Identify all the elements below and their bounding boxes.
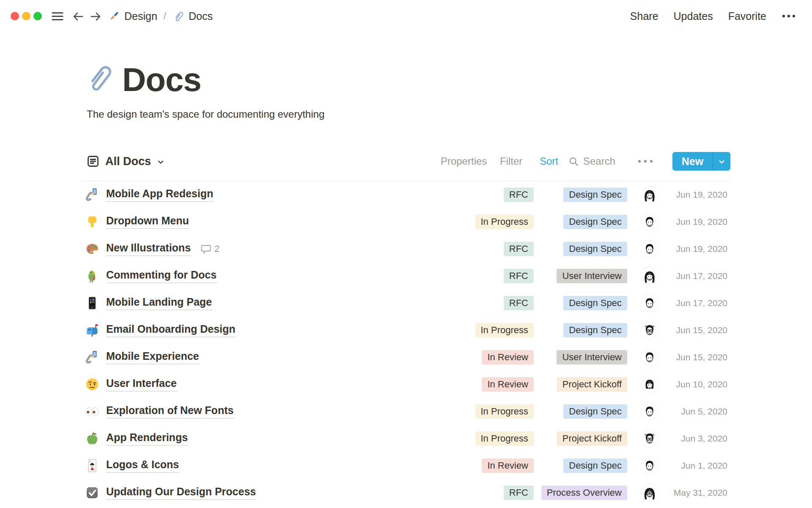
row-main: New Illustrations 2 bbox=[106, 235, 219, 262]
close-window-button[interactable] bbox=[11, 12, 19, 20]
status-badge: RFC bbox=[504, 242, 534, 256]
doc-title-link[interactable]: Commenting for Docs bbox=[106, 269, 217, 283]
more-options-icon[interactable] bbox=[782, 14, 796, 18]
table-row[interactable]: Jr Logos & Icons In Review Design Spec J… bbox=[81, 452, 731, 479]
avatar-man-short-hair bbox=[641, 295, 658, 312]
date-label: Jun 19, 2020 bbox=[676, 235, 727, 262]
status-badge: In Progress bbox=[475, 215, 534, 229]
raised-eyebrow-face-icon bbox=[85, 378, 99, 391]
doc-title-link[interactable]: Email Onboarding Design bbox=[106, 323, 236, 337]
search-button[interactable]: Search bbox=[568, 151, 615, 172]
doc-type-badge: Design Spec bbox=[563, 296, 627, 310]
comment-count: 2 bbox=[200, 243, 219, 254]
breadcrumb-item-design[interactable]: Design bbox=[108, 10, 157, 22]
properties-button[interactable]: Properties bbox=[441, 151, 487, 172]
avatar-man-glasses bbox=[641, 430, 658, 447]
row-main: Logos & Icons bbox=[106, 452, 179, 479]
doc-type-badge: Design Spec bbox=[563, 188, 627, 202]
date-label: Jun 1, 2020 bbox=[681, 452, 727, 479]
table-row[interactable]: User Interface In Review Project Kickoff… bbox=[81, 371, 731, 398]
palette-icon bbox=[85, 242, 99, 256]
table-row[interactable]: Email Onboarding Design In Progress Desi… bbox=[81, 317, 731, 344]
point-down-icon bbox=[85, 215, 99, 229]
table-row[interactable]: New Illustrations 2 RFC Design Spec Jun … bbox=[81, 235, 731, 262]
breadcrumb-separator: / bbox=[163, 11, 167, 22]
date-label: Jun 5, 2020 bbox=[681, 398, 727, 425]
doc-type-badge: Design Spec bbox=[563, 242, 627, 256]
row-main: Updating Our Design Process bbox=[106, 479, 256, 506]
table-row[interactable]: Mobile Landing Page RFC Design Spec Jun … bbox=[81, 290, 731, 317]
status-badge: In Review bbox=[482, 458, 534, 473]
doc-title-link[interactable]: Updating Our Design Process bbox=[106, 486, 256, 500]
table-row[interactable]: Exploration of New Fonts In Progress Des… bbox=[81, 398, 731, 425]
doc-type-badge: Process Overview bbox=[541, 486, 627, 500]
doc-title-link[interactable]: Mobile Landing Page bbox=[106, 296, 212, 310]
date-label: Jun 15, 2020 bbox=[676, 317, 727, 344]
forward-arrow-icon[interactable] bbox=[89, 10, 102, 23]
joker-card-icon: Jr bbox=[85, 459, 99, 472]
table-row[interactable]: Dropdown Menu In Progress Design Spec Ju… bbox=[81, 208, 731, 235]
mailbox-icon bbox=[85, 323, 99, 337]
date-label: Jun 17, 2020 bbox=[676, 262, 727, 290]
doc-title-link[interactable]: App Renderings bbox=[106, 431, 188, 446]
parrot-icon bbox=[85, 269, 99, 283]
breadcrumb-item-docs[interactable]: Docs bbox=[173, 10, 213, 22]
row-main: App Renderings bbox=[106, 425, 188, 452]
row-main: Dropdown Menu bbox=[106, 208, 189, 235]
updates-button[interactable]: Updates bbox=[674, 10, 713, 22]
view-label: All Docs bbox=[105, 155, 151, 168]
chevron-down-icon bbox=[156, 158, 165, 166]
doc-title-link[interactable]: Exploration of New Fonts bbox=[106, 404, 234, 419]
doc-type-badge: Design Spec bbox=[563, 458, 627, 473]
doc-type-badge: User Interview bbox=[557, 350, 627, 364]
new-button[interactable]: New bbox=[672, 152, 713, 171]
doc-title-link[interactable]: Logos & Icons bbox=[106, 458, 179, 473]
hamburger-icon[interactable] bbox=[51, 11, 64, 21]
mobile-phone-icon bbox=[85, 296, 99, 310]
view-switcher-all-docs[interactable]: All Docs bbox=[86, 151, 165, 172]
status-badge: In Progress bbox=[475, 431, 534, 446]
breadcrumb: Design / Docs bbox=[108, 0, 213, 32]
avatar-man-short-hair bbox=[641, 457, 658, 474]
avatar-man-short-hair bbox=[641, 240, 658, 257]
table-row[interactable]: Updating Our Design Process RFC Process … bbox=[81, 479, 731, 506]
avatar-man-short-hair bbox=[641, 403, 658, 420]
table-row[interactable]: Commenting for Docs RFC User Interview J… bbox=[81, 262, 731, 290]
selfie-icon bbox=[85, 351, 99, 364]
breadcrumb-label: Docs bbox=[189, 10, 213, 22]
back-arrow-icon[interactable] bbox=[72, 10, 85, 23]
window-header: Design / Docs Share Updates Favorite bbox=[0, 0, 812, 32]
sort-button[interactable]: Sort bbox=[540, 151, 558, 172]
favorite-button[interactable]: Favorite bbox=[728, 10, 766, 22]
table-row[interactable]: App Renderings In Progress Project Kicko… bbox=[81, 425, 731, 452]
avatar-woman-long-hair bbox=[641, 186, 658, 203]
new-button-group: New bbox=[672, 152, 730, 171]
date-label: Jun 19, 2020 bbox=[676, 208, 727, 235]
filter-button[interactable]: Filter bbox=[500, 151, 522, 172]
toolbar-more-icon[interactable] bbox=[637, 151, 654, 172]
green-apple-icon bbox=[85, 432, 99, 445]
share-button[interactable]: Share bbox=[630, 10, 658, 22]
paintbrush-icon bbox=[108, 11, 120, 22]
doc-title-link[interactable]: Mobile App Redesign bbox=[106, 188, 214, 202]
avatar-man-short-hair bbox=[641, 349, 658, 366]
minimize-window-button[interactable] bbox=[22, 12, 30, 20]
doc-type-badge: Design Spec bbox=[563, 323, 627, 337]
doc-title-link[interactable]: Mobile Experience bbox=[106, 350, 200, 364]
docs-table: Mobile App Redesign RFC Design Spec Jun … bbox=[81, 181, 731, 506]
status-badge: In Progress bbox=[475, 404, 534, 419]
table-row[interactable]: Mobile Experience In Review User Intervi… bbox=[81, 344, 731, 371]
zoom-window-button[interactable] bbox=[33, 12, 42, 20]
doc-type-badge: Project Kickoff bbox=[557, 377, 627, 392]
avatar-woman-long-hair bbox=[641, 268, 658, 284]
doc-title-link[interactable]: User Interface bbox=[106, 377, 177, 392]
doc-title-link[interactable]: Dropdown Menu bbox=[106, 215, 189, 229]
page-paperclip-icon[interactable] bbox=[84, 62, 113, 94]
date-label: Jun 19, 2020 bbox=[676, 181, 727, 208]
table-row[interactable]: Mobile App Redesign RFC Design Spec Jun … bbox=[81, 181, 731, 208]
paperclip-icon bbox=[173, 11, 184, 22]
new-dropdown-button[interactable] bbox=[713, 152, 730, 171]
doc-title-link[interactable]: New Illustrations bbox=[106, 242, 191, 256]
row-main: Commenting for Docs bbox=[106, 262, 217, 290]
date-label: Jun 10, 2020 bbox=[676, 371, 727, 398]
